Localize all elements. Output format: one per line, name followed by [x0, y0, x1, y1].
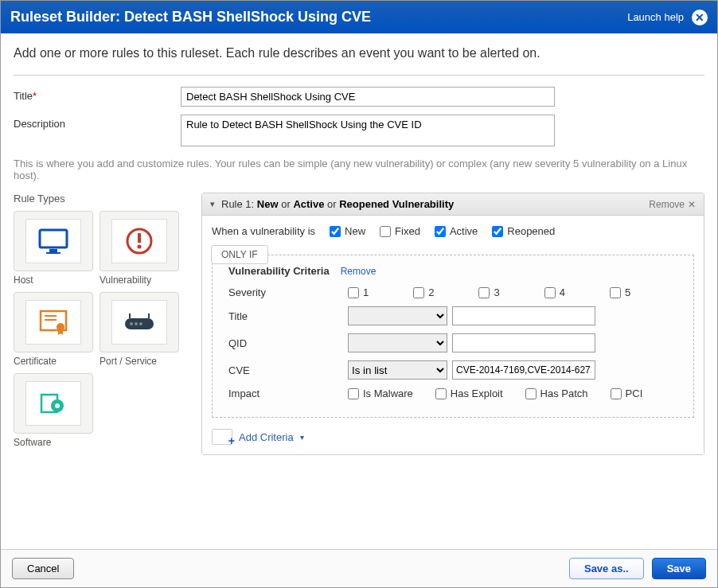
- chevron-down-icon[interactable]: ▾: [210, 199, 215, 209]
- title-input[interactable]: [181, 87, 555, 107]
- exploit-checkbox[interactable]: [435, 388, 447, 399]
- sev-1-checkbox[interactable]: [348, 287, 359, 298]
- content-area: Add one or more rules to this ruleset. E…: [1, 33, 717, 549]
- rule-types-title: Rule Types: [14, 193, 187, 204]
- svg-point-11: [130, 322, 133, 325]
- svg-point-18: [55, 403, 60, 408]
- rule-types-panel: Rule Types Host Vulnerability: [14, 193, 187, 455]
- rule-panel: ▾ Rule 1: New or Active or Reopened Vuln…: [201, 193, 704, 455]
- certificate-icon: [39, 310, 68, 335]
- qid-operator-select[interactable]: [348, 333, 447, 352]
- description-input[interactable]: Rule to Detect BASH ShellShock Using the…: [181, 115, 555, 146]
- patch-checkbox[interactable]: [525, 388, 537, 399]
- svg-point-13: [139, 322, 142, 325]
- close-icon: ✕: [688, 199, 696, 210]
- ruletype-host[interactable]: [14, 211, 93, 271]
- router-icon: [123, 312, 155, 333]
- severity-label: Severity: [228, 286, 348, 298]
- svg-rect-4: [138, 233, 141, 243]
- svg-rect-2: [46, 252, 60, 254]
- cve-operator-select[interactable]: Is in list: [348, 360, 447, 380]
- rule-header: ▾ Rule 1: New or Active or Reopened Vuln…: [202, 193, 704, 216]
- new-checkbox[interactable]: [330, 226, 341, 237]
- qid-value-input[interactable]: [452, 333, 595, 352]
- launch-help-link[interactable]: Launch help: [627, 11, 684, 23]
- svg-point-12: [135, 322, 138, 325]
- sev-4-checkbox[interactable]: [544, 287, 556, 298]
- ruletype-label: Port / Service: [100, 356, 179, 367]
- ruletype-label: Software: [14, 437, 93, 448]
- sev-2-checkbox[interactable]: [413, 287, 424, 298]
- fixed-checkbox[interactable]: [380, 226, 391, 237]
- save-as-button[interactable]: Save as..: [569, 558, 644, 579]
- intro-text: Add one or more rules to this ruleset. E…: [14, 46, 704, 60]
- title-label: Title*: [14, 87, 181, 102]
- ruletype-label: Host: [14, 275, 93, 286]
- criteria-title: Vulnerability Criteria: [228, 265, 330, 277]
- sev-3-checkbox[interactable]: [478, 287, 490, 298]
- impact-label: Impact: [228, 387, 348, 399]
- ruletype-software[interactable]: [14, 373, 93, 434]
- save-button[interactable]: Save: [652, 558, 706, 579]
- svg-rect-1: [49, 249, 57, 252]
- malware-checkbox[interactable]: [348, 388, 359, 399]
- cve-value-input[interactable]: [452, 360, 595, 380]
- title-operator-select[interactable]: [348, 306, 447, 325]
- remove-criteria-link[interactable]: Remove: [341, 266, 377, 277]
- rules-hint: This is where you add and customize rule…: [14, 158, 704, 181]
- ruletype-vulnerability[interactable]: [100, 211, 179, 271]
- monitor-icon: [38, 228, 68, 254]
- titlebar: Ruleset Builder: Detect BASH ShellShock …: [1, 1, 717, 33]
- only-if-badge: ONLY IF: [211, 245, 268, 264]
- svg-point-9: [57, 323, 64, 331]
- divider: [14, 75, 704, 76]
- svg-rect-0: [40, 230, 67, 247]
- warning-icon: [125, 227, 154, 255]
- sev-5-checkbox[interactable]: [610, 287, 621, 298]
- cancel-button[interactable]: Cancel: [12, 558, 74, 579]
- ruletype-label: Certificate: [14, 356, 93, 367]
- window-title: Ruleset Builder: Detect BASH ShellShock …: [10, 9, 371, 25]
- title-crit-label: Title: [228, 310, 348, 322]
- footer: Cancel Save as.. Save: [1, 549, 717, 587]
- add-criteria-icon: +: [212, 429, 232, 445]
- chevron-down-icon: ▾: [300, 433, 304, 442]
- title-value-input[interactable]: [452, 306, 595, 325]
- svg-point-5: [138, 245, 142, 249]
- ruletype-certificate[interactable]: [14, 292, 93, 352]
- when-label: When a vulnerability is: [212, 225, 315, 237]
- ruletype-port-service[interactable]: [100, 292, 179, 352]
- software-icon: [40, 391, 67, 415]
- reopened-checkbox[interactable]: [492, 226, 503, 237]
- ruleset-builder-window: Ruleset Builder: Detect BASH ShellShock …: [0, 0, 718, 588]
- add-criteria-link[interactable]: + Add Criteria ▾: [212, 429, 694, 445]
- close-icon[interactable]: ✕: [692, 10, 708, 25]
- active-checkbox[interactable]: [435, 226, 446, 237]
- ruletype-label: Vulnerability: [100, 275, 179, 286]
- description-label: Description: [14, 115, 181, 130]
- remove-rule-link[interactable]: Remove ✕: [649, 199, 696, 210]
- qid-label: QID: [228, 337, 348, 349]
- pci-checkbox[interactable]: [611, 388, 622, 399]
- cve-label: CVE: [228, 364, 348, 376]
